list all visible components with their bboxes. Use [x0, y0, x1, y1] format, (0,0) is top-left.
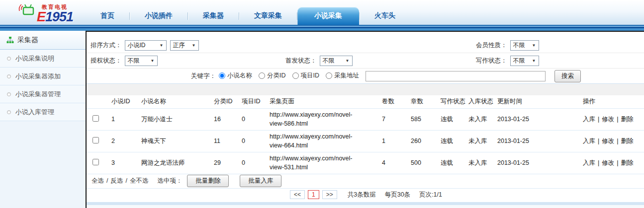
content-panel: 排序方式： 小说ID▼ 正序▼ 会员性质： 不限▼ 授权状态： 不限▼: [86, 31, 644, 208]
sidebar-item-2[interactable]: 小说采集器添加: [0, 68, 86, 85]
nav-tab-3[interactable]: 采集器: [188, 7, 239, 25]
action-link-1[interactable]: 入库: [583, 138, 595, 144]
sitemap-icon: [6, 36, 14, 44]
column-header: 小说ID: [110, 95, 140, 108]
brand-name: E1951: [37, 10, 73, 24]
column-header: 写作状态: [440, 95, 467, 108]
batch-delete-button[interactable]: 批量删除: [187, 175, 229, 187]
bullet-icon: [7, 110, 11, 114]
sort-field-select[interactable]: 小说ID▼: [125, 40, 167, 51]
main-nav: 首页小说插件采集器文章采集小说采集火车头: [86, 0, 410, 25]
writing-status-select[interactable]: 不限▼: [510, 56, 539, 66]
keyword-radio-group: 小说名称分类ID项目ID采集地址: [219, 71, 366, 81]
keyword-radio[interactable]: [326, 72, 332, 79]
actions-cell: 入库|修改|删除: [582, 108, 644, 130]
action-separator: |: [617, 159, 618, 166]
novel-name-cell: 万能小道士: [140, 108, 213, 130]
auth-status-select[interactable]: 不限▼: [125, 56, 158, 66]
sidebar-title: 采集器: [0, 31, 86, 50]
nav-tab-5[interactable]: 小说采集: [297, 7, 359, 25]
select-column-header: [87, 95, 110, 108]
action-link-3[interactable]: 删除: [621, 138, 634, 144]
sidebar-item-label: 小说采集说明: [15, 54, 54, 63]
sidebar: 采集器 小说采集说明小说采集器添加小说采集器管理小说入库管理: [0, 31, 86, 208]
chevron-down-icon: ▼: [532, 43, 536, 48]
filter-row-status: 授权状态： 不限▼ 首发状态： 不限▼ 写作状态： 不限▼: [87, 53, 644, 69]
tv-logo-icon: [17, 3, 37, 20]
chapters-cell: 260: [410, 130, 440, 152]
chevron-down-icon: ▼: [192, 43, 196, 48]
filter-row-sort: 排序方式： 小说ID▼ 正序▼ 会员性质： 不限▼: [87, 38, 644, 53]
action-link-1[interactable]: 入库: [583, 159, 595, 166]
store-status-cell: 未入库: [467, 152, 496, 174]
nav-tab-1[interactable]: 首页: [86, 7, 129, 25]
nav-tab-4[interactable]: 文章采集: [239, 7, 297, 25]
column-header: 入库状态: [467, 95, 496, 108]
chapters-cell: 585: [410, 108, 440, 130]
updated-cell: 2013-01-25: [496, 130, 582, 152]
nav-tab-2[interactable]: 小说插件: [130, 7, 187, 25]
current-page-indicator[interactable]: 1: [308, 190, 319, 199]
row-checkbox[interactable]: [92, 159, 99, 165]
filter-row-keyword: 关键字： 小说名称分类ID项目ID采集地址 搜索: [87, 69, 644, 84]
actions-cell: 入库|修改|删除: [582, 152, 644, 174]
category-id-cell: 16: [213, 108, 241, 130]
select-link-1[interactable]: 全选: [92, 177, 104, 184]
sidebar-item-1[interactable]: 小说采集说明: [0, 50, 86, 68]
select-links: 全选/反选/全不选: [92, 177, 148, 185]
action-link-3[interactable]: 删除: [621, 159, 634, 166]
first-publish-label: 首发状态：: [285, 57, 317, 65]
action-link-2[interactable]: 修改: [602, 159, 614, 166]
column-header: 章数: [410, 95, 440, 108]
sidebar-item-3[interactable]: 小说采集器管理: [0, 85, 86, 103]
keyword-radio-label: 分类ID: [267, 71, 286, 80]
member-type-label: 会员性质：: [476, 41, 507, 50]
action-link-1[interactable]: 入库: [583, 116, 595, 123]
column-header: 操作: [582, 95, 644, 108]
select-link-2[interactable]: 反选: [110, 177, 123, 184]
action-link-2[interactable]: 修改: [602, 116, 614, 123]
sort-order-select[interactable]: 正序▼: [170, 40, 199, 51]
select-link-3[interactable]: 全不选: [130, 177, 149, 184]
keyword-input[interactable]: [366, 71, 546, 81]
updated-cell: 2013-01-25: [496, 152, 582, 174]
column-header: 卷数: [381, 95, 410, 108]
keyword-radio-option-4[interactable]: 采集地址: [326, 71, 359, 80]
column-header: 采集页面: [269, 95, 381, 108]
row-checkbox[interactable]: [92, 137, 99, 143]
novel-id-cell: 3: [110, 152, 140, 174]
keyword-radio-label: 采集地址: [334, 71, 359, 80]
sidebar-item-4[interactable]: 小说入库管理: [0, 103, 86, 121]
sidebar-menu: 小说采集说明小说采集器添加小说采集器管理小说入库管理: [0, 50, 86, 121]
action-separator: |: [617, 138, 618, 144]
keyword-radio[interactable]: [292, 72, 299, 79]
category-id-cell: 29: [213, 152, 241, 174]
bullet-icon: [7, 57, 11, 61]
volumes-cell: 7: [381, 108, 410, 130]
selected-items-label: 选中项：: [157, 177, 182, 185]
per-page-label: 每页30条: [385, 191, 410, 199]
table-header: 小说ID小说名称分类ID项目ID采集页面卷数章数写作状态入库状态更新时间操作: [87, 95, 644, 108]
next-page-button[interactable]: >>: [322, 190, 337, 199]
content-tail: [87, 205, 644, 208]
keyword-radio-option-3[interactable]: 项目ID: [292, 71, 320, 80]
keyword-radio-label: 项目ID: [301, 71, 320, 80]
keyword-radio[interactable]: [219, 72, 225, 79]
keyword-radio-option-2[interactable]: 分类ID: [259, 71, 286, 80]
keyword-radio-option-1[interactable]: 小说名称: [219, 71, 252, 80]
table-body: 1万能小道士160http://www.xiayexy.com/novel-vi…: [87, 108, 644, 174]
prev-page-button[interactable]: <<: [290, 190, 305, 199]
novel-table: 小说ID小说名称分类ID项目ID采集页面卷数章数写作状态入库状态更新时间操作 1…: [87, 95, 644, 174]
row-checkbox[interactable]: [92, 115, 99, 122]
action-link-2[interactable]: 修改: [602, 138, 614, 144]
action-separator: |: [617, 116, 618, 123]
chevron-down-icon: ▼: [346, 59, 350, 63]
action-link-3[interactable]: 删除: [621, 116, 634, 123]
batch-store-button[interactable]: 批量入库: [240, 175, 281, 187]
action-separator: |: [598, 138, 599, 144]
nav-tab-6[interactable]: 火车头: [360, 7, 410, 25]
first-publish-select[interactable]: 不限▼: [320, 56, 353, 66]
search-button[interactable]: 搜索: [554, 70, 581, 82]
keyword-radio[interactable]: [259, 72, 265, 79]
member-type-select[interactable]: 不限▼: [510, 40, 539, 51]
